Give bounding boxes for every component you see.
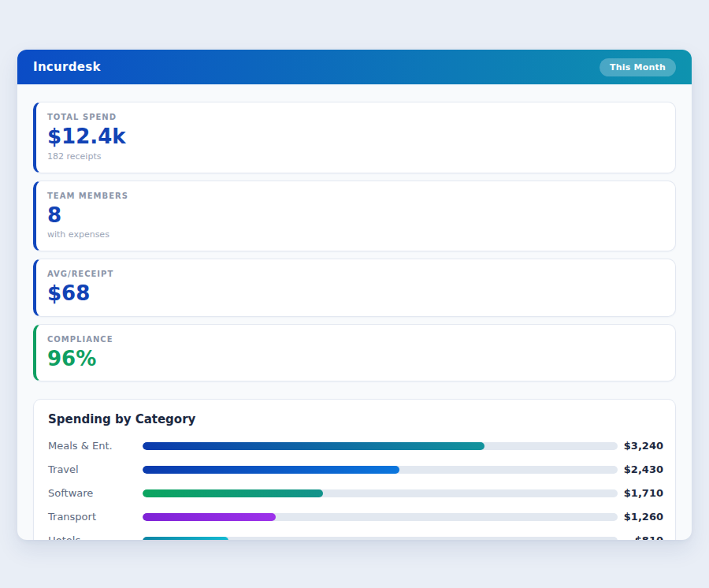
category-label: Software <box>48 487 143 499</box>
stat-label: TEAM MEMBERS <box>47 192 663 200</box>
stat-value: $12.4k <box>47 125 663 148</box>
stat-label: AVG/RECEIPT <box>47 270 663 278</box>
stat-card-compliance: COMPLIANCE 96% <box>33 324 676 382</box>
dashboard-body: TOTAL SPEND $12.4k 182 receipts TEAM MEM… <box>17 84 692 540</box>
chart-title: Spending by Category <box>48 412 663 426</box>
app-header: Incurdesk This Month <box>17 50 692 84</box>
stat-value: $68 <box>47 282 663 305</box>
chart-row-transport: Transport $1,260 <box>48 511 663 523</box>
stat-card-total-spend: TOTAL SPEND $12.4k 182 receipts <box>33 102 676 173</box>
chart-row-travel: Travel $2,430 <box>48 463 663 475</box>
category-label: Meals & Ent. <box>48 440 143 452</box>
bar-fill-software <box>143 489 323 497</box>
category-value: $1,710 <box>618 487 663 499</box>
bar-fill-meals <box>143 442 484 450</box>
category-label: Travel <box>48 463 143 475</box>
stat-subtext: with expenses <box>47 229 663 240</box>
dashboard-panel: Incurdesk This Month TOTAL SPEND $12.4k … <box>17 50 692 540</box>
category-label: Hotels <box>48 534 143 540</box>
bar-fill-transport <box>143 513 276 521</box>
stat-subtext: 182 receipts <box>47 151 663 162</box>
chart-row-software: Software $1,710 <box>48 487 663 499</box>
bar-track <box>143 489 618 497</box>
period-selector-badge[interactable]: This Month <box>599 58 676 76</box>
chart-row-meals: Meals & Ent. $3,240 <box>48 440 663 452</box>
bar-track <box>143 466 618 474</box>
stat-value: 96% <box>47 348 663 370</box>
stat-card-avg-receipt: AVG/RECEIPT $68 <box>33 259 676 317</box>
bar-fill-hotels <box>143 537 228 540</box>
category-value: $1,260 <box>618 511 663 523</box>
category-value: $2,430 <box>618 463 663 475</box>
category-label: Transport <box>48 511 143 523</box>
category-value: $3,240 <box>618 440 663 452</box>
bar-track <box>143 537 618 540</box>
stat-label: COMPLIANCE <box>47 335 663 344</box>
stat-label: TOTAL SPEND <box>47 113 663 121</box>
spending-by-category-chart: Spending by Category Meals & Ent. $3,240… <box>33 399 676 540</box>
bar-fill-travel <box>143 466 399 474</box>
stat-value: 8 <box>47 204 663 227</box>
bar-track <box>143 513 618 521</box>
chart-row-hotels: Hotels $810 <box>48 534 663 540</box>
app-title: Incurdesk <box>33 60 101 74</box>
bar-track <box>143 442 618 450</box>
stat-card-team-members: TEAM MEMBERS 8 with expenses <box>33 180 676 252</box>
category-value: $810 <box>618 534 663 540</box>
